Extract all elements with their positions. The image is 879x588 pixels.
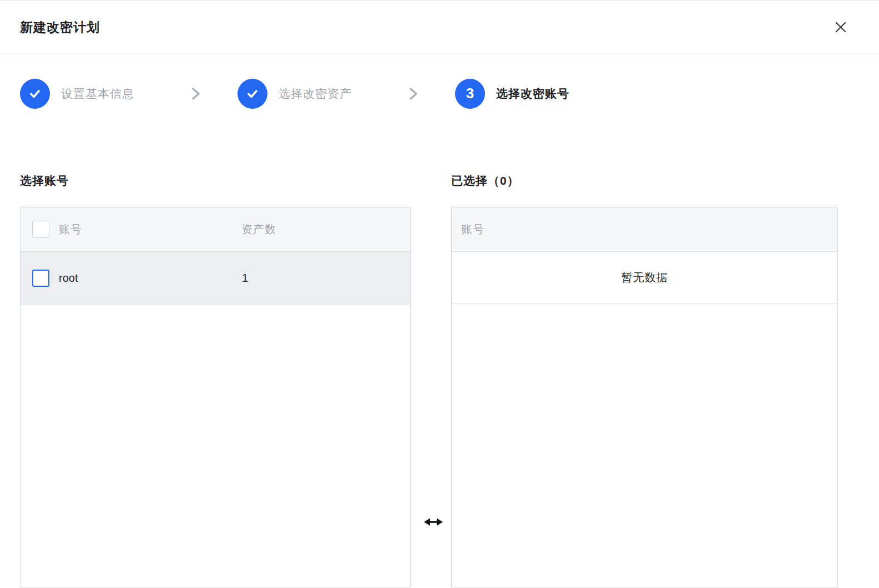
check-icon — [245, 86, 260, 102]
step-number: 3 — [466, 85, 474, 102]
column-header-account: 账号 — [461, 222, 484, 237]
account-table-header: 账号 资产数 — [21, 207, 410, 252]
account-table: 账号 资产数 root 1 — [20, 207, 411, 587]
step-select-accounts[interactable]: 3 选择改密账号 — [455, 78, 569, 109]
row-checkbox[interactable] — [32, 270, 49, 287]
chevron-right-icon — [191, 88, 201, 100]
step-basic-info[interactable]: 设置基本信息 — [20, 78, 134, 109]
step-done-circle — [20, 79, 50, 109]
transfer-arrow-icon — [424, 516, 443, 528]
select-account-heading: 选择账号 — [20, 173, 69, 189]
step-label: 选择改密账号 — [496, 86, 569, 102]
table-row[interactable]: root 1 — [21, 252, 410, 305]
empty-state-text: 暂无数据 — [622, 270, 668, 285]
step-wizard: 设置基本信息 选择改密资产 3 选择改密账号 — [0, 78, 879, 109]
step-current-circle: 3 — [455, 79, 485, 109]
select-all-checkbox[interactable] — [32, 221, 49, 238]
step-done-circle — [238, 79, 267, 109]
asset-count: 1 — [242, 272, 248, 285]
selected-table-header: 账号 — [452, 207, 837, 252]
modal-title: 新建改密计划 — [20, 19, 100, 36]
column-header-account: 账号 — [59, 222, 82, 237]
close-button[interactable] — [832, 19, 849, 36]
chevron-right-icon — [408, 88, 418, 100]
step-label: 设置基本信息 — [61, 86, 134, 102]
column-header-asset-count: 资产数 — [241, 222, 276, 237]
check-icon — [27, 86, 43, 102]
account-name: root — [59, 272, 78, 285]
selected-table: 账号 暂无数据 — [451, 207, 838, 587]
step-select-assets[interactable]: 选择改密资产 — [238, 78, 352, 109]
empty-state: 暂无数据 — [452, 252, 837, 303]
modal-header: 新建改密计划 — [0, 1, 879, 54]
close-icon — [835, 21, 847, 33]
step-label: 选择改密资产 — [279, 86, 352, 102]
selected-count-heading: 已选择（0） — [451, 173, 519, 189]
